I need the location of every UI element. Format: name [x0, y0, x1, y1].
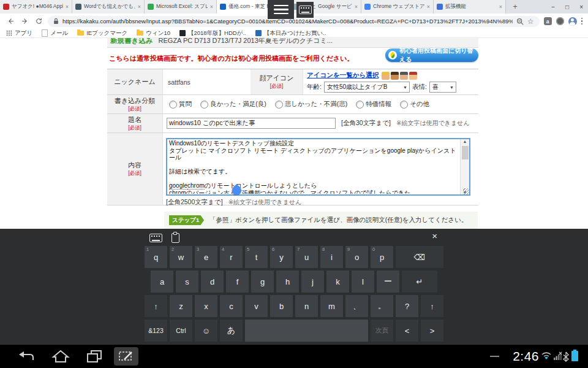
- choose-icon-link[interactable]: アイコンを一覧から選択: [307, 71, 379, 80]
- key-k[interactable]: k: [326, 270, 349, 293]
- session-menu-icon[interactable]: [268, 0, 294, 19]
- bookmark-item[interactable]: ウィン10: [137, 29, 170, 37]
- key-z[interactable]: z: [170, 295, 192, 317]
- key-↑[interactable]: ↑: [421, 295, 443, 317]
- recents-nav-icon[interactable]: [86, 349, 103, 364]
- bookmark-item[interactable]: 【2018年版】HDDが..: [179, 29, 246, 37]
- key-u[interactable]: 7u: [295, 246, 318, 268]
- tab-close-icon[interactable]: ×: [427, 4, 430, 10]
- key-x[interactable]: x: [195, 295, 217, 317]
- key-o[interactable]: 9o: [345, 246, 368, 268]
- category-radio-option[interactable]: 質問: [169, 100, 192, 109]
- key-↑[interactable]: ↑: [145, 295, 167, 317]
- bookmark-item[interactable]: メール: [42, 29, 68, 37]
- category-radio-option[interactable]: 特価情報: [356, 100, 391, 109]
- key->[interactable]: >: [421, 320, 443, 342]
- key-a[interactable]: a: [151, 270, 173, 293]
- key-j[interactable]: j: [301, 270, 324, 293]
- key-b[interactable]: b: [270, 295, 293, 317]
- title-input[interactable]: [167, 118, 336, 129]
- tab-close-icon[interactable]: ×: [499, 4, 502, 10]
- browser-menu-icon[interactable]: [581, 18, 583, 25]
- android-nav-bar: 2:46: [0, 345, 588, 368]
- key-g[interactable]: g: [251, 270, 274, 293]
- category-radio-option[interactable]: その他: [400, 100, 429, 109]
- close-window-button[interactable]: ×: [579, 4, 583, 10]
- back-nav-icon[interactable]: [17, 349, 36, 364]
- zoom-indicator-icon[interactable]: [516, 18, 524, 25]
- new-tab-button[interactable]: +: [507, 0, 523, 13]
- key-Ctrl[interactable]: Ctrl: [170, 320, 192, 342]
- clipboard-icon[interactable]: [172, 233, 179, 243]
- tab-close-icon[interactable]: ×: [66, 4, 69, 10]
- bookmark-item[interactable]: 【本日みつけたお買い..: [255, 29, 326, 37]
- key-d[interactable]: d: [201, 270, 224, 293]
- key-f[interactable]: f: [226, 270, 249, 293]
- extension-globe-icon[interactable]: [556, 17, 564, 25]
- browser-tab[interactable]: Chrome ウェブストア - 拡張機能 ×: [361, 0, 434, 13]
- show-keyboard-icon[interactable]: [296, 2, 314, 18]
- maximize-button[interactable]: □: [565, 4, 569, 10]
- key-l[interactable]: l: [352, 270, 374, 293]
- scroll-up-icon[interactable]: ▲: [463, 139, 467, 144]
- back-icon[interactable]: [6, 17, 15, 26]
- home-nav-icon[interactable]: [51, 349, 70, 364]
- key-space[interactable]: [245, 320, 368, 342]
- forward-icon[interactable]: [20, 17, 29, 26]
- screen-write-button[interactable]: [114, 347, 138, 366]
- browser-tab[interactable]: Microsoft Excel: スプレッドシー ×: [145, 0, 217, 13]
- key-t[interactable]: 5t: [245, 246, 268, 268]
- key-q[interactable]: 1q: [145, 246, 167, 268]
- key-s[interactable]: s: [176, 270, 198, 293]
- key-e[interactable]: 3e: [195, 246, 217, 268]
- bookmark-star-icon[interactable]: ☆: [527, 18, 534, 25]
- key-n[interactable]: n: [295, 295, 318, 317]
- resize-grip[interactable]: [463, 188, 469, 194]
- key-y[interactable]: 6y: [270, 246, 293, 268]
- key-⌫[interactable]: ⌫: [396, 246, 443, 268]
- keyboard-layout-icon[interactable]: [149, 234, 162, 242]
- browser-tab[interactable]: 拡張機能 ×: [434, 0, 506, 13]
- browser-tab[interactable]: ヤフオク! ●M046 Apple Mu... ×: [0, 0, 72, 13]
- key-ー[interactable]: ー: [377, 270, 399, 293]
- profile-avatar[interactable]: [568, 17, 577, 26]
- key-c[interactable]: c: [220, 295, 243, 317]
- key-。[interactable]: 。: [371, 295, 393, 317]
- keyboard-close-icon[interactable]: ×: [432, 231, 437, 240]
- category-radio-option[interactable]: 良かった・満足(良): [200, 100, 266, 109]
- extension-a-icon[interactable]: a: [544, 17, 552, 25]
- category-radio-option[interactable]: 悲しかった・不満(悲): [275, 100, 347, 109]
- textarea-scrollbar[interactable]: ▲ ▼: [460, 139, 469, 194]
- bookmark-item[interactable]: IEブックマーク: [77, 29, 127, 37]
- content-textarea[interactable]: Windows10のリモートデスクトップ接続設定 タブレットに マイクロソフト …: [166, 138, 470, 196]
- age-select[interactable]: 女性50歳以上タイプB ▼: [324, 82, 410, 93]
- minimize-button[interactable]: −: [551, 4, 555, 10]
- post-form: ニックネーム sattfans 顔アイコン [必須] アイコンを一覧から選択 年…: [107, 69, 478, 205]
- key-p[interactable]: 0p: [371, 246, 393, 268]
- reload-icon[interactable]: [34, 17, 43, 26]
- expression-select[interactable]: 喜 ▼: [429, 82, 456, 93]
- key-、[interactable]: 、: [345, 295, 368, 317]
- key-h[interactable]: h: [276, 270, 299, 293]
- key-あ[interactable]: あ: [220, 320, 243, 342]
- key-?[interactable]: ?: [396, 295, 418, 317]
- scrollbar-thumb[interactable]: [462, 146, 469, 159]
- key-v[interactable]: v: [245, 295, 268, 317]
- key-i[interactable]: 8i: [320, 246, 343, 268]
- key-m[interactable]: m: [320, 295, 343, 317]
- bookmark-icon: [255, 30, 262, 36]
- tab-close-icon[interactable]: ×: [210, 4, 213, 10]
- apps-shortcut[interactable]: アプリ: [6, 29, 32, 37]
- tab-close-icon[interactable]: ×: [355, 4, 358, 10]
- key-r[interactable]: 4r: [220, 246, 243, 268]
- key-&123[interactable]: &123: [145, 320, 167, 342]
- switch-to-beginner-button[interactable]: 初心者用投稿画面に切り替える: [385, 48, 478, 62]
- key-次頁[interactable]: 次頁: [371, 320, 393, 342]
- browser-tab[interactable]: Wordでも憶えかでも、ネームシ... ×: [72, 0, 145, 13]
- key-w[interactable]: 2w: [170, 246, 192, 268]
- tab-close-icon[interactable]: ×: [138, 4, 141, 10]
- key-<[interactable]: <: [396, 320, 418, 342]
- key-☺[interactable]: ☺: [195, 320, 217, 342]
- key-↵[interactable]: ↵: [402, 270, 437, 293]
- wifi-icon: [541, 351, 551, 360]
